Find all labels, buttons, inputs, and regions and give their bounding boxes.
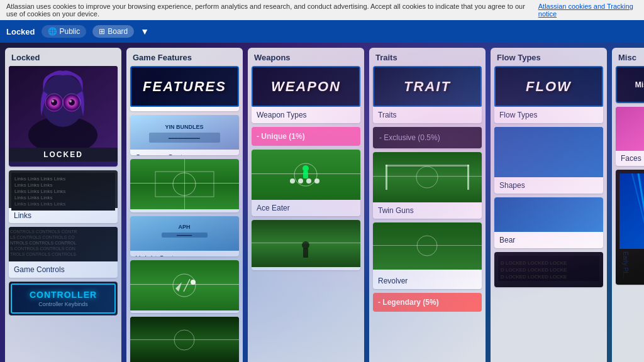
svg-rect-61: [386, 165, 387, 190]
column-misc: Misc Misc: [612, 48, 644, 362]
toolbar: Locked 🌐 Public ⊞ Board ▼: [0, 20, 644, 43]
svg-rect-64: [373, 222, 482, 270]
twin-guns-field: [373, 152, 482, 202]
svg-rect-58: [373, 152, 482, 202]
weapon-banner: WEAPON: [252, 66, 360, 107]
early-svg: [619, 173, 644, 249]
cookie-text: Atlassian uses cookies to improve your b…: [6, 3, 536, 18]
card-shapes[interactable]: Shapes: [494, 127, 603, 194]
svg-text:APH: APH: [178, 224, 190, 230]
card-unique-1pct[interactable]: - Unique (1%): [252, 127, 360, 146]
card-twin-guns[interactable]: Twin Guns: [373, 152, 482, 219]
card-weapon-types[interactable]: WEAPON Weapon Types: [252, 66, 360, 123]
card-weapon-soccer[interactable]: [252, 220, 360, 270]
svg-rect-57: [303, 248, 308, 258]
card-faces[interactable]: Faces: [616, 107, 644, 166]
card-locked-flow[interactable]: D LOCKED LOCKED LOCKE D LOCKED LOCKED LO…: [494, 252, 603, 287]
card-bear[interactable]: Bear: [494, 197, 603, 248]
revolver-label: Revolver: [373, 273, 482, 289]
svg-point-4: [51, 99, 57, 106]
card-dribbling[interactable]: Dribbling: [130, 260, 239, 313]
cookie-link[interactable]: Atlassian cookies and Tracking notice: [538, 3, 638, 18]
svg-rect-72: [616, 107, 644, 151]
currency-banner: YIN BUNDLES ━━━━━━━━━━: [130, 115, 239, 150]
card-early-play[interactable]: Early Pl...: [616, 170, 644, 285]
svg-text:Links Links Links Links: Links Links Links Links: [14, 189, 65, 194]
public-label: Public: [60, 27, 80, 36]
twin-guns-svg: [373, 152, 482, 202]
globe-icon: 🌐: [48, 27, 57, 36]
features-label: Features: [130, 107, 239, 111]
card-locked-hero[interactable]: LOCKED: [9, 66, 118, 167]
flow-banner-text: FLOW: [526, 79, 572, 95]
svg-rect-37: [130, 284, 239, 285]
svg-text:YIN BUNDLES: YIN BUNDLES: [165, 124, 203, 130]
svg-point-52: [303, 165, 309, 172]
cookie-banner: Atlassian uses cookies to improve your b…: [0, 0, 644, 20]
card-currency-system[interactable]: YIN BUNDLES ━━━━━━━━━━ Currency System: [130, 115, 239, 155]
column-content-misc: Misc Faces: [612, 66, 644, 362]
ace-eater-field: [252, 150, 360, 200]
column-weapons: Weapons WEAPON Weapon Types - Unique (1%…: [248, 48, 364, 362]
card-revolver[interactable]: Revolver: [373, 222, 482, 289]
column-header-weapons: Weapons: [248, 48, 364, 66]
dribbling-label: Dribbling: [130, 310, 239, 313]
trait-banner: TRAIT: [373, 66, 482, 107]
toolbar-chevron-icon[interactable]: ▼: [140, 26, 149, 36]
toolbar-public-badge[interactable]: 🌐 Public: [42, 25, 87, 38]
svg-point-49: [298, 178, 303, 184]
flow-buff-label: Flow Buff: [130, 209, 239, 212]
card-controller-keybinds[interactable]: CONTROLLER Controller Keybinds: [9, 282, 118, 315]
card-ace-eater[interactable]: Ace Eater: [252, 150, 360, 216]
svg-text:TROLS CONTROLS CONTROLS: TROLS CONTROLS CONTROLS: [10, 252, 76, 256]
bear-image: [494, 197, 603, 232]
column-content-traits: TRAIT Traits - Exclusive (0.5%): [369, 66, 486, 362]
svg-rect-65: [373, 245, 482, 246]
currency-system-label: Currency System: [130, 150, 239, 155]
locked-hero-svg: [9, 66, 118, 148]
svg-line-75: [632, 173, 644, 249]
misc-banner-image: Misc: [617, 67, 644, 102]
weapon-soccer-field: [252, 220, 360, 270]
card-misc-banner[interactable]: Misc: [616, 66, 644, 103]
column-flow-types: Flow Types FLOW Flow Types: [491, 48, 607, 362]
card-exclusive-05pct[interactable]: - Exclusive (0.5%): [373, 127, 482, 148]
column-content-game-features: FEATURES Features YIN BUND: [126, 66, 243, 362]
svg-rect-59: [373, 176, 482, 177]
svg-point-39: [191, 280, 196, 285]
revolver-svg: [373, 222, 482, 270]
svg-text:Links Links Links Links: Links Links Links Links: [14, 176, 65, 182]
svg-text:D LOCKED LOCKED LOCKE: D LOCKED LOCKED LOCKE: [501, 274, 567, 280]
game-controls-image: CONTROLS CONTROLS CONTR LS CONTROLS CONT…: [9, 227, 118, 261]
height-banner: APH ━━━━━━: [130, 216, 239, 251]
card-flow-buff[interactable]: Flow Buff: [130, 159, 239, 212]
card-flow-banner[interactable]: FLOW Flow Types: [494, 66, 603, 123]
features-banner-text: FEATURES: [143, 79, 226, 95]
svg-text:Links Links Links: Links Links Links: [14, 195, 52, 200]
toolbar-board-badge[interactable]: ⊞ Board: [92, 25, 134, 38]
board-area: Locked: [0, 43, 644, 362]
legendary-label: - Legendary (5%): [378, 298, 477, 307]
ace-eater-label: Ace Eater: [252, 200, 360, 216]
height-svg: APH ━━━━━━: [130, 216, 239, 251]
column-header-misc: Misc: [612, 48, 644, 66]
svg-text:━━━━━━: ━━━━━━: [176, 233, 192, 238]
svg-rect-29: [184, 159, 185, 209]
exclusive-label: - Exclusive (0.5%): [379, 133, 475, 142]
early-play-image: [619, 173, 644, 249]
card-features[interactable]: FEATURES Features: [130, 66, 239, 111]
revolver-field: [373, 222, 482, 273]
misc-banner-text: Misc: [635, 80, 644, 89]
column-content-weapons: WEAPON Weapon Types - Unique (1%): [248, 66, 364, 362]
card-legendary-5pct[interactable]: - Legendary (5%): [373, 293, 482, 312]
card-planetary-features[interactable]: Planetary: [130, 317, 239, 362]
card-links[interactable]: Links Links Links Links Links Links Link…: [9, 170, 118, 223]
card-traits[interactable]: TRAIT Traits: [373, 66, 482, 123]
svg-text:NTROLS CONTROLS CONTROL: NTROLS CONTROLS CONTROL: [10, 241, 77, 245]
svg-text:Links Links Links Links: Links Links Links Links: [14, 201, 65, 207]
svg-text:LS CONTROLS CONTROLS CO: LS CONTROLS CONTROLS CO: [10, 235, 75, 239]
card-game-controls[interactable]: CONTROLS CONTROLS CONTR LS CONTROLS CONT…: [9, 227, 118, 278]
svg-text:S CONTROLS CONTROLS CON: S CONTROLS CONTROLS CON: [10, 246, 75, 251]
ace-eater-svg: [252, 150, 360, 200]
card-height-system[interactable]: APH ━━━━━━ Height System: [130, 216, 239, 256]
